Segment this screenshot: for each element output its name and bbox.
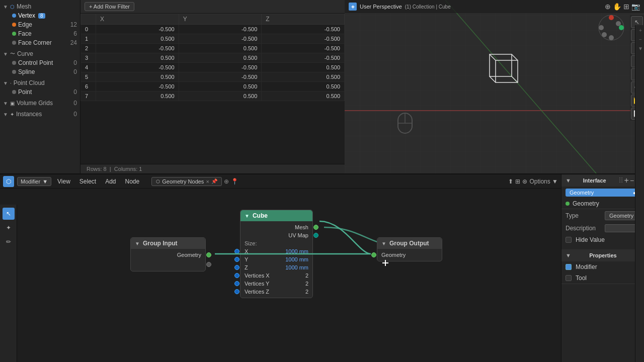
sidebar-minus-btn[interactable]: − xyxy=(636,35,644,43)
interface-label: Interface xyxy=(583,177,606,184)
group-output-geometry-socket[interactable] xyxy=(371,252,376,257)
modifier-checkbox[interactable] xyxy=(566,264,572,270)
geometry-badge[interactable]: Geometry ● xyxy=(566,189,640,197)
tool-checkbox[interactable] xyxy=(566,275,572,281)
cell-z: -0.500 xyxy=(262,53,345,63)
group-output-node-header: ▼ Group Output xyxy=(377,238,442,249)
curve-section[interactable]: ▼ 〜 Curve xyxy=(0,49,80,58)
table-row: 3 0.500 0.500 -0.500 xyxy=(81,53,345,63)
control-point-item[interactable]: Control Point 0 xyxy=(0,58,80,67)
select-menu[interactable]: Select xyxy=(76,177,99,186)
sidebar-expand-btn[interactable]: ▼ xyxy=(636,44,644,52)
tool-label: Tool xyxy=(576,275,587,282)
col-z-header[interactable]: Z xyxy=(262,14,345,25)
geometry-dot xyxy=(566,202,570,206)
view-menu[interactable]: View xyxy=(54,177,73,186)
cube-mesh-row: Mesh xyxy=(240,223,312,231)
sidebar-add-btn[interactable]: + xyxy=(636,26,644,34)
cube-uvmap-row: UV Map xyxy=(240,231,312,239)
options-button[interactable]: Options ▼ xyxy=(529,178,558,185)
cell-x: -0.500 xyxy=(96,44,179,53)
modifier-label: Modifier xyxy=(576,263,597,270)
add-tab-icon[interactable]: ⊕ xyxy=(224,178,229,185)
group-input-geometry-row: Geometry xyxy=(131,251,205,259)
add-menu[interactable]: Add xyxy=(102,177,119,186)
cell-z: 0.500 xyxy=(262,82,345,92)
cube-mesh-socket[interactable] xyxy=(313,225,318,230)
face-corner-count: 24 xyxy=(70,39,77,46)
group-output-geometry-row: Geometry xyxy=(377,251,442,259)
viewport-mode-icon[interactable]: ◈ xyxy=(349,3,357,11)
viewport-zoom-in-icon[interactable]: ⊕ xyxy=(605,3,611,11)
cube-vy-row: Vertices Y 2 xyxy=(240,280,312,288)
face-item[interactable]: Face 6 xyxy=(0,29,80,38)
ne-transform-tool[interactable]: ✦ xyxy=(3,222,15,234)
ne-select-tool[interactable]: ↖ xyxy=(3,208,15,220)
ne-tool1[interactable]: ⬆ xyxy=(508,178,513,185)
cube-uvmap-socket[interactable] xyxy=(313,233,318,238)
add-row-filter-button[interactable]: + Add Row Filter xyxy=(85,2,134,11)
node-canvas[interactable]: ▼ Group Input Geometry ▼ Cube xyxy=(17,205,561,362)
cube-vy-socket[interactable] xyxy=(234,281,239,286)
interface-section: ▼ Interface ⠿ + − ▼ Geometry ● Geom xyxy=(561,174,644,209)
col-x-header[interactable]: X xyxy=(96,14,179,25)
face-corner-label: Face Corner xyxy=(18,39,52,46)
table-row: 1 0.500 -0.500 -0.500 xyxy=(81,34,345,44)
instances-count: 0 xyxy=(73,111,77,118)
cube-y-socket[interactable] xyxy=(234,257,239,262)
ne-tool2[interactable]: ⊞ xyxy=(515,178,520,185)
viewport-background[interactable]: ◈ User Perspective (1) Collection | Cube… xyxy=(345,0,644,173)
modifier-dropdown[interactable]: Modifier ▼ xyxy=(17,177,51,186)
face-corner-icon xyxy=(12,41,16,45)
col-y-header[interactable]: Y xyxy=(179,14,262,25)
cube-node-body: Mesh UV Map Size: X 1000 mm xyxy=(240,221,312,298)
cube-vx-socket[interactable] xyxy=(234,273,239,278)
instances-label: Instances xyxy=(16,111,42,118)
cell-x: -0.500 xyxy=(96,63,179,72)
node-editor-icon[interactable]: ⬡ xyxy=(3,176,14,187)
node-menu[interactable]: Node xyxy=(122,177,143,186)
spreadsheet-header: + Add Row Filter xyxy=(80,0,345,14)
cube-node[interactable]: ▼ Cube Mesh UV Map Size: xyxy=(240,210,313,298)
interface-section-header[interactable]: ▼ Interface ⠿ + − ▼ xyxy=(561,174,644,187)
point-item[interactable]: Point 0 xyxy=(0,87,80,97)
group-input-add-socket[interactable] xyxy=(206,262,211,267)
viewport-move-icon[interactable]: ✋ xyxy=(613,3,621,11)
tab-pin-icon[interactable]: 📌 xyxy=(211,178,217,184)
instances-section[interactable]: ▼ ✦ Instances 0 xyxy=(0,110,80,119)
svg-point-12 xyxy=(619,25,624,30)
geometry-badge-row: Geometry ● xyxy=(561,187,644,199)
properties-sub-header[interactable]: ▼ Properties ⠿ xyxy=(561,249,644,261)
group-input-node[interactable]: ▼ Group Input Geometry xyxy=(130,237,206,272)
cell-x: 0.500 xyxy=(96,92,179,101)
spline-item[interactable]: Spline 0 xyxy=(0,67,80,76)
geometry-nodes-tab[interactable]: ⬡ Geometry Nodes × 📌 xyxy=(151,177,222,186)
cube-vz-socket[interactable] xyxy=(234,289,239,294)
ne-tool3[interactable]: ⊛ xyxy=(522,178,527,185)
vertex-item[interactable]: Vertex 8 xyxy=(0,11,80,20)
point-cloud-label: Point Cloud xyxy=(14,79,45,86)
point-cloud-section[interactable]: ▼ · Point Cloud xyxy=(0,78,80,87)
edge-item[interactable]: Edge 12 xyxy=(0,20,80,29)
tab-close-icon[interactable]: × xyxy=(206,178,209,185)
svg-point-11 xyxy=(609,15,614,20)
tool-row: Tool xyxy=(561,273,644,284)
group-output-node[interactable]: ▼ Group Output Geometry xyxy=(377,237,442,261)
viewport-settings-icon[interactable]: ⊞ xyxy=(623,3,629,11)
pin-icon[interactable]: 📍 xyxy=(231,178,238,185)
hide-value-checkbox[interactable] xyxy=(566,237,572,243)
volume-grids-section[interactable]: ▼ ▣ Volume Grids 0 xyxy=(0,99,80,108)
face-corner-item[interactable]: Face Corner 24 xyxy=(0,38,80,47)
mesh-section[interactable]: ▼ ⬡ Mesh xyxy=(0,2,80,11)
group-input-geometry-socket[interactable] xyxy=(206,252,211,257)
cube-z-row: Z 1000 mm xyxy=(240,263,312,272)
viewport-perspective-label: User Perspective xyxy=(360,4,402,10)
cube-x-socket[interactable] xyxy=(234,249,239,254)
ne-annotate-tool[interactable]: ✏ xyxy=(3,236,15,248)
cube-z-socket[interactable] xyxy=(234,265,239,270)
remove-interface-btn[interactable]: − xyxy=(630,176,634,185)
svg-point-14 xyxy=(616,21,621,26)
viewport-camera-icon[interactable]: 📷 xyxy=(631,3,640,11)
add-interface-btn[interactable]: + xyxy=(624,176,629,185)
cell-y: -0.500 xyxy=(179,63,262,72)
